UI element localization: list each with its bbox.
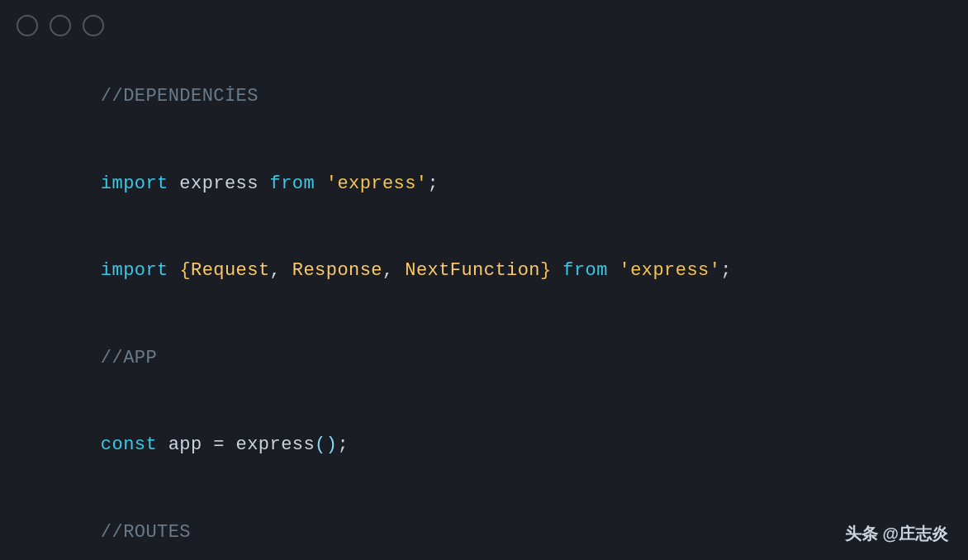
close-button[interactable] — [17, 15, 38, 36]
code-line-3: const app = express(); — [33, 401, 935, 489]
comment-routes: //ROUTES — [33, 489, 935, 560]
maximize-button[interactable] — [83, 15, 104, 36]
minimize-button[interactable] — [50, 15, 71, 36]
comment-text: //DEPENDENCİES — [101, 86, 259, 107]
editor-window: //DEPENDENCİES import express from 'expr… — [0, 0, 968, 560]
code-line-1: import express from 'express'; — [33, 140, 935, 228]
comment-dependencies: //DEPENDENCİES — [33, 53, 935, 140]
code-line-2: import {Request, Response, NextFunction}… — [33, 227, 935, 315]
code-editor: //DEPENDENCİES import express from 'expr… — [0, 45, 968, 560]
comment-app: //APP — [33, 315, 935, 402]
watermark: 头条 @庄志炎 — [845, 523, 948, 545]
titlebar — [0, 0, 968, 45]
